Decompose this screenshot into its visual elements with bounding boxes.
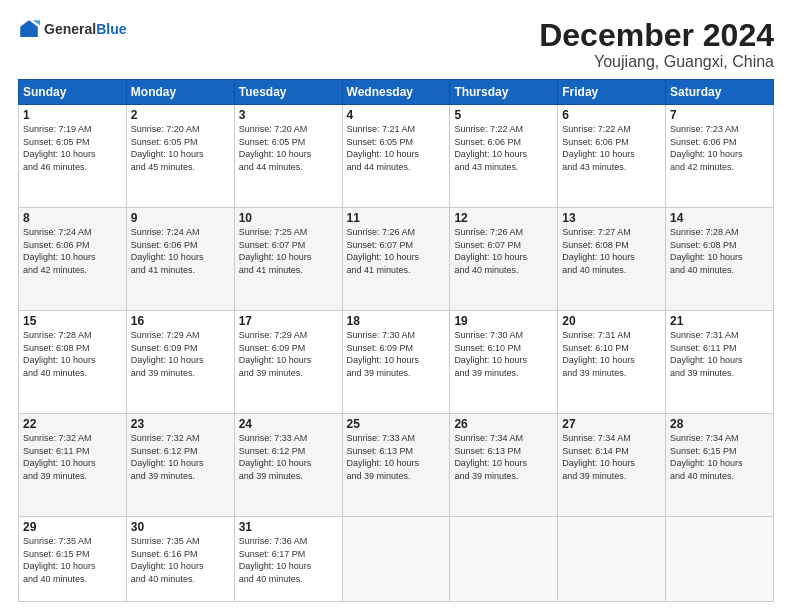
day-info: Sunrise: 7:27 AM Sunset: 6:08 PM Dayligh… xyxy=(562,226,661,276)
table-cell xyxy=(450,517,558,602)
day-number: 14 xyxy=(670,211,769,225)
col-thursday: Thursday xyxy=(450,80,558,105)
day-number: 7 xyxy=(670,108,769,122)
table-cell: 8Sunrise: 7:24 AM Sunset: 6:06 PM Daylig… xyxy=(19,208,127,311)
table-cell: 4Sunrise: 7:21 AM Sunset: 6:05 PM Daylig… xyxy=(342,105,450,208)
day-number: 9 xyxy=(131,211,230,225)
table-cell: 2Sunrise: 7:20 AM Sunset: 6:05 PM Daylig… xyxy=(126,105,234,208)
day-number: 27 xyxy=(562,417,661,431)
location-title: Youjiang, Guangxi, China xyxy=(539,53,774,71)
day-info: Sunrise: 7:33 AM Sunset: 6:13 PM Dayligh… xyxy=(347,432,446,482)
day-number: 5 xyxy=(454,108,553,122)
table-cell: 28Sunrise: 7:34 AM Sunset: 6:15 PM Dayli… xyxy=(666,414,774,517)
day-number: 28 xyxy=(670,417,769,431)
day-number: 12 xyxy=(454,211,553,225)
day-number: 23 xyxy=(131,417,230,431)
table-cell: 3Sunrise: 7:20 AM Sunset: 6:05 PM Daylig… xyxy=(234,105,342,208)
header: GeneralBlue December 2024 Youjiang, Guan… xyxy=(18,18,774,71)
day-info: Sunrise: 7:35 AM Sunset: 6:15 PM Dayligh… xyxy=(23,535,122,585)
day-info: Sunrise: 7:26 AM Sunset: 6:07 PM Dayligh… xyxy=(454,226,553,276)
day-info: Sunrise: 7:20 AM Sunset: 6:05 PM Dayligh… xyxy=(131,123,230,173)
col-friday: Friday xyxy=(558,80,666,105)
day-info: Sunrise: 7:21 AM Sunset: 6:05 PM Dayligh… xyxy=(347,123,446,173)
table-cell: 16Sunrise: 7:29 AM Sunset: 6:09 PM Dayli… xyxy=(126,311,234,414)
day-info: Sunrise: 7:35 AM Sunset: 6:16 PM Dayligh… xyxy=(131,535,230,585)
day-info: Sunrise: 7:22 AM Sunset: 6:06 PM Dayligh… xyxy=(454,123,553,173)
day-number: 18 xyxy=(347,314,446,328)
day-info: Sunrise: 7:33 AM Sunset: 6:12 PM Dayligh… xyxy=(239,432,338,482)
table-cell: 14Sunrise: 7:28 AM Sunset: 6:08 PM Dayli… xyxy=(666,208,774,311)
day-number: 15 xyxy=(23,314,122,328)
col-monday: Monday xyxy=(126,80,234,105)
day-info: Sunrise: 7:31 AM Sunset: 6:10 PM Dayligh… xyxy=(562,329,661,379)
day-info: Sunrise: 7:28 AM Sunset: 6:08 PM Dayligh… xyxy=(670,226,769,276)
table-cell: 29Sunrise: 7:35 AM Sunset: 6:15 PM Dayli… xyxy=(19,517,127,602)
day-number: 20 xyxy=(562,314,661,328)
table-cell: 23Sunrise: 7:32 AM Sunset: 6:12 PM Dayli… xyxy=(126,414,234,517)
day-info: Sunrise: 7:19 AM Sunset: 6:05 PM Dayligh… xyxy=(23,123,122,173)
col-wednesday: Wednesday xyxy=(342,80,450,105)
day-number: 17 xyxy=(239,314,338,328)
table-cell: 13Sunrise: 7:27 AM Sunset: 6:08 PM Dayli… xyxy=(558,208,666,311)
svg-marker-0 xyxy=(20,20,38,37)
day-number: 10 xyxy=(239,211,338,225)
day-info: Sunrise: 7:32 AM Sunset: 6:11 PM Dayligh… xyxy=(23,432,122,482)
table-cell: 21Sunrise: 7:31 AM Sunset: 6:11 PM Dayli… xyxy=(666,311,774,414)
table-cell: 19Sunrise: 7:30 AM Sunset: 6:10 PM Dayli… xyxy=(450,311,558,414)
day-info: Sunrise: 7:30 AM Sunset: 6:09 PM Dayligh… xyxy=(347,329,446,379)
day-number: 24 xyxy=(239,417,338,431)
col-saturday: Saturday xyxy=(666,80,774,105)
day-number: 21 xyxy=(670,314,769,328)
table-cell: 5Sunrise: 7:22 AM Sunset: 6:06 PM Daylig… xyxy=(450,105,558,208)
month-title: December 2024 xyxy=(539,18,774,53)
table-cell: 24Sunrise: 7:33 AM Sunset: 6:12 PM Dayli… xyxy=(234,414,342,517)
table-cell: 31Sunrise: 7:36 AM Sunset: 6:17 PM Dayli… xyxy=(234,517,342,602)
day-info: Sunrise: 7:20 AM Sunset: 6:05 PM Dayligh… xyxy=(239,123,338,173)
calendar-header-row: Sunday Monday Tuesday Wednesday Thursday… xyxy=(19,80,774,105)
table-cell xyxy=(666,517,774,602)
logo-icon xyxy=(18,18,40,40)
day-info: Sunrise: 7:23 AM Sunset: 6:06 PM Dayligh… xyxy=(670,123,769,173)
day-number: 2 xyxy=(131,108,230,122)
table-cell: 10Sunrise: 7:25 AM Sunset: 6:07 PM Dayli… xyxy=(234,208,342,311)
day-info: Sunrise: 7:29 AM Sunset: 6:09 PM Dayligh… xyxy=(131,329,230,379)
day-number: 25 xyxy=(347,417,446,431)
day-number: 31 xyxy=(239,520,338,534)
day-info: Sunrise: 7:24 AM Sunset: 6:06 PM Dayligh… xyxy=(131,226,230,276)
table-cell: 22Sunrise: 7:32 AM Sunset: 6:11 PM Dayli… xyxy=(19,414,127,517)
table-cell: 27Sunrise: 7:34 AM Sunset: 6:14 PM Dayli… xyxy=(558,414,666,517)
day-number: 16 xyxy=(131,314,230,328)
day-info: Sunrise: 7:25 AM Sunset: 6:07 PM Dayligh… xyxy=(239,226,338,276)
day-info: Sunrise: 7:30 AM Sunset: 6:10 PM Dayligh… xyxy=(454,329,553,379)
title-section: December 2024 Youjiang, Guangxi, China xyxy=(539,18,774,71)
day-info: Sunrise: 7:28 AM Sunset: 6:08 PM Dayligh… xyxy=(23,329,122,379)
table-cell: 15Sunrise: 7:28 AM Sunset: 6:08 PM Dayli… xyxy=(19,311,127,414)
day-number: 1 xyxy=(23,108,122,122)
table-cell xyxy=(342,517,450,602)
col-sunday: Sunday xyxy=(19,80,127,105)
day-number: 4 xyxy=(347,108,446,122)
logo: GeneralBlue xyxy=(18,18,126,40)
page: GeneralBlue December 2024 Youjiang, Guan… xyxy=(0,0,792,612)
table-cell: 17Sunrise: 7:29 AM Sunset: 6:09 PM Dayli… xyxy=(234,311,342,414)
day-info: Sunrise: 7:24 AM Sunset: 6:06 PM Dayligh… xyxy=(23,226,122,276)
day-number: 11 xyxy=(347,211,446,225)
table-cell: 1Sunrise: 7:19 AM Sunset: 6:05 PM Daylig… xyxy=(19,105,127,208)
day-number: 3 xyxy=(239,108,338,122)
table-cell: 11Sunrise: 7:26 AM Sunset: 6:07 PM Dayli… xyxy=(342,208,450,311)
calendar-table: Sunday Monday Tuesday Wednesday Thursday… xyxy=(18,79,774,602)
table-cell: 6Sunrise: 7:22 AM Sunset: 6:06 PM Daylig… xyxy=(558,105,666,208)
table-cell: 25Sunrise: 7:33 AM Sunset: 6:13 PM Dayli… xyxy=(342,414,450,517)
day-info: Sunrise: 7:34 AM Sunset: 6:13 PM Dayligh… xyxy=(454,432,553,482)
table-cell: 12Sunrise: 7:26 AM Sunset: 6:07 PM Dayli… xyxy=(450,208,558,311)
logo-general: General xyxy=(44,21,96,37)
day-number: 22 xyxy=(23,417,122,431)
day-info: Sunrise: 7:36 AM Sunset: 6:17 PM Dayligh… xyxy=(239,535,338,585)
day-number: 26 xyxy=(454,417,553,431)
table-cell: 7Sunrise: 7:23 AM Sunset: 6:06 PM Daylig… xyxy=(666,105,774,208)
day-info: Sunrise: 7:32 AM Sunset: 6:12 PM Dayligh… xyxy=(131,432,230,482)
day-info: Sunrise: 7:26 AM Sunset: 6:07 PM Dayligh… xyxy=(347,226,446,276)
day-number: 13 xyxy=(562,211,661,225)
day-number: 6 xyxy=(562,108,661,122)
day-info: Sunrise: 7:29 AM Sunset: 6:09 PM Dayligh… xyxy=(239,329,338,379)
